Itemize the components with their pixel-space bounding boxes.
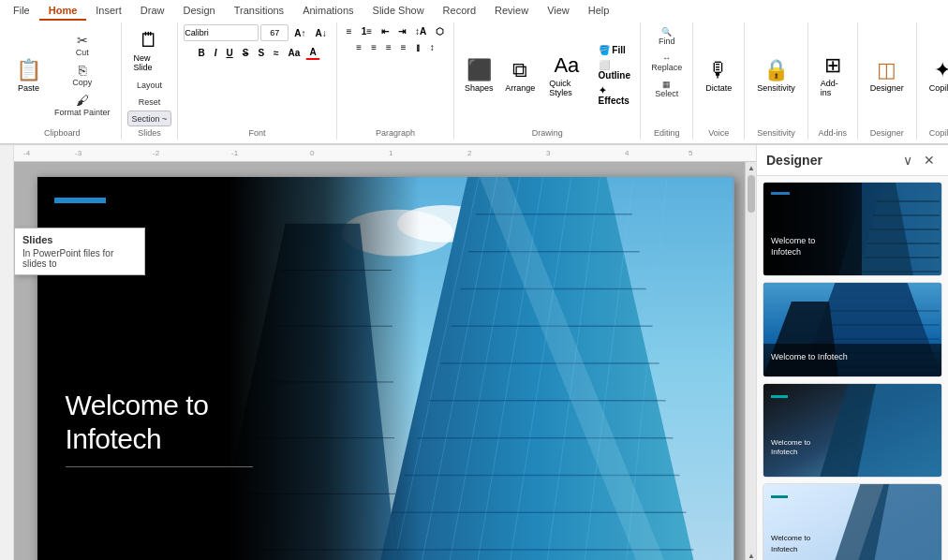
paste-button[interactable]: 📋 Paste (9, 54, 48, 96)
addins-button[interactable]: ⊞ Add-ins (814, 50, 852, 101)
shape-effects-button[interactable]: ✦ Effects (595, 83, 635, 108)
replace-button[interactable]: ↔ Replace (646, 51, 687, 75)
format-painter-button[interactable]: 🖌 Format Painter (50, 91, 115, 120)
voice-group: 🎙 Dictate Voice (693, 22, 745, 140)
cut-button[interactable]: ✂ Cut (50, 31, 115, 60)
dictate-button[interactable]: 🎙 Dictate (699, 54, 738, 96)
section-button[interactable]: Section ~ (127, 111, 172, 126)
suggestion-card-1[interactable]: Welcome to Infotech (763, 182, 942, 276)
arrange-button[interactable]: ⧉ Arrange (501, 54, 539, 96)
increase-indent-button[interactable]: ⇥ (394, 24, 409, 38)
suggestion-card-2[interactable]: Welcome to Infotech (763, 282, 942, 376)
vertical-scrollbar[interactable]: ▲ ▲ ▼ ▼ (745, 162, 756, 560)
cut-icon: ✂ (77, 34, 88, 47)
scroll-page-up-button[interactable]: ▲ (746, 550, 756, 560)
scrollbar-thumb[interactable] (748, 175, 755, 213)
text-direction-button[interactable]: ↕A (411, 24, 430, 38)
svg-text:Welcome to: Welcome to (771, 534, 811, 542)
bullets-button[interactable]: ≡ (343, 24, 356, 38)
tab-help[interactable]: Help (579, 2, 619, 21)
font-increase-button[interactable]: A↑ (290, 26, 309, 40)
designer-close-button[interactable]: ✕ (920, 151, 939, 169)
copilot-button[interactable]: ✦ Copilot (923, 54, 948, 96)
ruler-mark-neg3: -3 (75, 149, 81, 157)
align-justify-button[interactable]: ≡ (397, 40, 410, 54)
tab-slideshow[interactable]: Slide Show (363, 2, 434, 21)
underline-button[interactable]: U (223, 46, 237, 60)
main-area: Slides In PowerPoint files for slides to… (0, 145, 948, 560)
card1-svg: Welcome to Infotech (763, 183, 941, 276)
designer-ribbon-button[interactable]: ◫ Designer (864, 54, 911, 96)
shapes-button[interactable]: ⬛ Shapes (460, 54, 497, 96)
svg-text:Infotech: Infotech (771, 247, 801, 257)
font-decrease-button[interactable]: A↓ (312, 26, 331, 40)
tab-record[interactable]: Record (434, 2, 485, 21)
sensitivity-group: 🔒 Sensitivity Sensitivity (745, 22, 808, 140)
tab-draw[interactable]: Draw (131, 2, 174, 21)
slides-label: Slides (138, 126, 161, 138)
sensitivity-button[interactable]: 🔒 Sensitivity (750, 54, 802, 96)
ruler-mark-5: 5 (689, 149, 692, 157)
designer-panel-title: Designer (766, 153, 822, 168)
tab-view[interactable]: View (538, 2, 579, 21)
ruler-mark-4: 4 (625, 149, 629, 157)
font-group: A↑ A↓ B I U S S ≈ Aa A Font (178, 22, 336, 140)
quick-styles-button[interactable]: Aa Quick Styles (542, 50, 590, 101)
clipboard-group-content: 📋 Paste ✂ Cut ⎘ Copy 🖌 Format (9, 24, 115, 126)
copy-button[interactable]: ⎘ Copy (50, 61, 115, 90)
columns-button[interactable]: ⫿ (412, 40, 424, 54)
suggestion-card-4[interactable]: Welcome to Infotech (763, 483, 942, 560)
font-color-button[interactable]: A (305, 45, 319, 60)
align-right-button[interactable]: ≡ (382, 40, 395, 54)
font-spacing-button[interactable]: ≈ (270, 46, 283, 60)
tab-transitions[interactable]: Transitions (225, 2, 293, 21)
italic-button[interactable]: I (211, 46, 221, 60)
copilot-group-content: ✦ Copilot (923, 24, 948, 126)
font-case-button[interactable]: Aa (285, 46, 304, 60)
font-shadow-button[interactable]: S (254, 46, 268, 60)
tab-home[interactable]: Home (39, 2, 87, 21)
slide-area: Slides In PowerPoint files for slides to… (14, 145, 756, 560)
designer-button-group-content: ◫ Designer (864, 24, 911, 126)
align-left-button[interactable]: ≡ (352, 40, 365, 54)
tab-design[interactable]: Design (173, 2, 224, 21)
arrange-icon: ⧉ (512, 58, 527, 82)
slide-decorative-line (66, 466, 253, 467)
ruler-mark-3: 3 (546, 149, 550, 157)
bold-button[interactable]: B (194, 46, 208, 60)
convert-smartart-button[interactable]: ⬡ (432, 24, 448, 38)
reset-button[interactable]: Reset (134, 94, 166, 110)
microphone-icon: 🎙 (708, 58, 729, 82)
tab-animations[interactable]: Animations (293, 2, 363, 21)
font-bottom-row: B I U S S ≈ Aa A (194, 45, 319, 60)
addins-icon: ⊞ (824, 53, 841, 78)
layout-button[interactable]: Layout (132, 77, 167, 93)
font-name-input[interactable] (184, 24, 259, 41)
designer-ribbon-icon: ◫ (877, 58, 896, 82)
decrease-indent-button[interactable]: ⇤ (378, 24, 393, 38)
numbering-button[interactable]: 1≡ (358, 24, 376, 38)
font-size-input[interactable] (260, 24, 289, 41)
shape-outline-button[interactable]: ⬜ Outline (595, 58, 635, 82)
tab-insert[interactable]: Insert (86, 2, 131, 21)
find-button[interactable]: 🔍 Find (654, 24, 680, 49)
svg-rect-40 (763, 183, 862, 276)
tab-review[interactable]: Review (485, 2, 538, 21)
shape-fill-button[interactable]: 🪣 Fill (595, 43, 635, 57)
paragraph-group: ≡ 1≡ ⇤ ⇥ ↕A ⬡ ≡ ≡ ≡ ≡ ⫿ ↕ Paragraph (337, 22, 454, 140)
select-button[interactable]: ▦ Select (650, 77, 683, 101)
designer-collapse-button[interactable]: ∨ (899, 151, 916, 169)
shapes-icon: ⬛ (467, 58, 492, 82)
tab-file[interactable]: File (4, 2, 39, 21)
strikethrough-button[interactable]: S (239, 46, 253, 60)
copilot-group: ✦ Copilot Copilot (917, 22, 948, 140)
line-spacing-button[interactable]: ↕ (426, 40, 438, 54)
suggestion-card-3[interactable]: Welcome to Infotech (763, 383, 942, 478)
slide-title-text[interactable]: Welcome to Infotech (66, 389, 209, 456)
ruler-mark-neg4: -4 (23, 149, 30, 157)
scroll-up-button[interactable]: ▲ (746, 162, 756, 173)
ruler-mark-neg1: -1 (231, 149, 238, 157)
align-center-button[interactable]: ≡ (367, 40, 380, 54)
new-slide-button[interactable]: 🗒 New Slide (127, 24, 172, 76)
select-icon: ▦ (662, 80, 671, 89)
